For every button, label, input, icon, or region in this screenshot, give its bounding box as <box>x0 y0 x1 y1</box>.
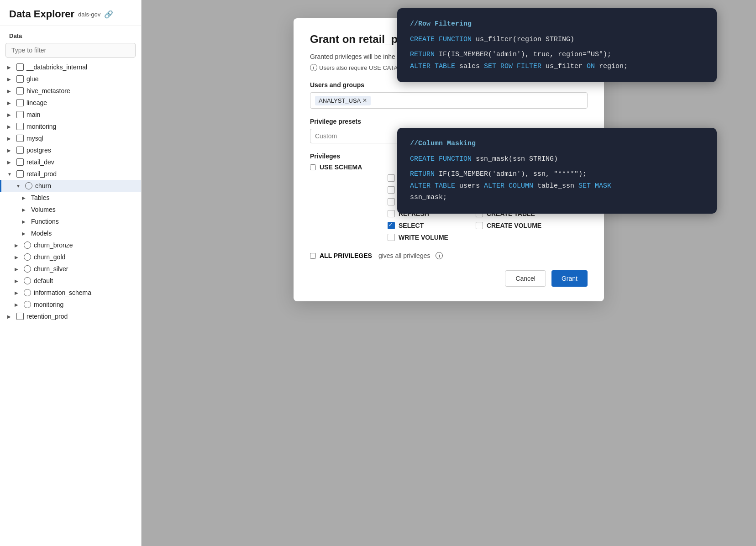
row-filtering-tooltip: //Row Filtering CREATE FUNCTION us_filte… <box>397 8 717 82</box>
row-filter-alter: ALTER TABLE sales SET ROW FILTER us_filt… <box>410 61 704 73</box>
catalog-icon <box>16 135 24 142</box>
all-privileges-row: ALL PRIVILEGES gives all privileges i <box>310 252 588 259</box>
sidebar-item-default[interactable]: ▶ default <box>0 275 141 287</box>
priv-create-volume: CREATE VOLUME <box>476 222 579 229</box>
catalog-icon <box>16 158 24 166</box>
privilege-presets-label: Privilege presets <box>310 118 588 125</box>
tree-label: lineage <box>26 99 47 106</box>
chevron-down-icon: ▼ <box>16 184 22 189</box>
select-checkbox[interactable] <box>388 222 395 229</box>
col-mask-create: CREATE FUNCTION ssn_mask(ssn STRING) <box>410 153 704 165</box>
chevron-right-icon: ▶ <box>7 314 14 319</box>
modal-footer: Cancel Grant <box>310 270 588 287</box>
chevron-right-icon: ▶ <box>7 89 14 94</box>
use-schema-checkbox[interactable] <box>310 164 316 170</box>
tree-label: retail_dev <box>26 158 54 166</box>
catalog-icon <box>16 123 24 130</box>
sidebar-item-churn[interactable]: ▼ churn <box>0 180 141 192</box>
refresh-checkbox[interactable] <box>388 210 395 217</box>
col-mask-fn: ssn_mask; <box>410 192 704 204</box>
users-groups-label: Users and groups <box>310 81 588 89</box>
create-volume-checkbox[interactable] <box>476 222 483 229</box>
catalog-icon <box>16 170 24 178</box>
link-icon[interactable]: 🔗 <box>104 10 113 19</box>
tree-label: Models <box>31 230 52 237</box>
tag-remove-button[interactable]: ✕ <box>362 97 367 104</box>
info-icon-all-priv: i <box>436 252 443 259</box>
chevron-right-icon: ▶ <box>22 231 28 236</box>
sidebar-item-retail-dev[interactable]: ▶ retail_dev <box>0 156 141 168</box>
chevron-right-icon: ▶ <box>15 278 21 284</box>
schema-icon <box>24 242 31 249</box>
sidebar: Data Explorer dais-gov 🔗 Data ▶ __databr… <box>0 0 142 546</box>
sidebar-item-mysql[interactable]: ▶ mysql <box>0 132 141 144</box>
sidebar-item-models[interactable]: ▶ Models <box>0 227 141 239</box>
sidebar-item-monitoring-schema[interactable]: ▶ monitoring <box>0 299 141 310</box>
chevron-right-icon: ▶ <box>7 160 14 165</box>
sidebar-item-churn-silver[interactable]: ▶ churn_silver <box>0 263 141 275</box>
tree-label: churn_silver <box>34 265 68 273</box>
sidebar-item-churn-bronze[interactable]: ▶ churn_bronze <box>0 239 141 251</box>
users-groups-section: Users and groups ANALYST_USA ✕ <box>310 81 588 109</box>
chevron-right-icon: ▶ <box>7 112 14 117</box>
app-header: Data Explorer dais-gov 🔗 <box>0 0 141 26</box>
schema-icon <box>24 265 31 273</box>
col-mask-return: RETURN IF(IS_MEMBER('admin'), ssn, "****… <box>410 168 704 180</box>
write-volume-label: WRITE VOLUME <box>399 234 448 241</box>
cancel-button[interactable]: Cancel <box>505 270 546 287</box>
column-masking-tooltip: //Column Masking CREATE FUNCTION ssn_mas… <box>397 128 717 214</box>
priv-select: SELECT <box>388 222 448 229</box>
catalog-icon <box>16 75 24 83</box>
tree-label: Tables <box>31 194 49 201</box>
modal-note-text: Users also require USE CATAL <box>319 64 401 71</box>
sidebar-item-lineage[interactable]: ▶ lineage <box>0 97 141 109</box>
grant-button[interactable]: Grant <box>551 270 588 287</box>
create-volume-label: CREATE VOLUME <box>487 222 541 229</box>
sidebar-item-main[interactable]: ▶ main <box>0 109 141 121</box>
users-tag-input[interactable]: ANALYST_USA ✕ <box>310 92 588 109</box>
sidebar-item-information-schema[interactable]: ▶ information_schema <box>0 287 141 299</box>
execute-checkbox[interactable] <box>388 174 395 182</box>
schema-icon <box>24 289 31 296</box>
tree-label: monitoring <box>26 123 56 130</box>
sidebar-item-functions[interactable]: ▶ Functions <box>0 215 141 227</box>
chevron-right-icon: ▶ <box>15 243 21 248</box>
sidebar-item-tables[interactable]: ▶ Tables <box>0 192 141 204</box>
tree-label: retention_prod <box>26 313 68 320</box>
chevron-right-icon: ▶ <box>7 65 14 70</box>
tree-label: churn_bronze <box>34 242 73 249</box>
sidebar-item-databricks-internal[interactable]: ▶ __databricks_internal <box>0 61 141 73</box>
env-badge: dais-gov <box>78 11 100 18</box>
read-volume-checkbox[interactable] <box>388 198 395 205</box>
sidebar-item-glue[interactable]: ▶ glue <box>0 73 141 85</box>
main-content: Grant on retail_pr Granted privileges wi… <box>142 0 756 546</box>
chevron-right-icon: ▶ <box>7 136 14 141</box>
tree-label: churn_gold <box>34 253 65 261</box>
tree-label: hive_metastore <box>26 87 70 94</box>
sidebar-item-retail-prod[interactable]: ▼ retail_prod <box>0 168 141 180</box>
app-title-row: Data Explorer dais-gov 🔗 <box>9 8 132 20</box>
sidebar-item-churn-gold[interactable]: ▶ churn_gold <box>0 251 141 263</box>
all-privileges-checkbox[interactable] <box>310 253 316 259</box>
sidebar-item-volumes[interactable]: ▶ Volumes <box>0 204 141 215</box>
schema-icon <box>24 301 31 308</box>
row-filter-comment: //Row Filtering <box>410 18 704 30</box>
search-input[interactable] <box>5 43 136 58</box>
chevron-right-icon: ▶ <box>15 302 21 307</box>
sidebar-item-retention-prod[interactable]: ▶ retention_prod <box>0 310 141 322</box>
app-title-text: Data Explorer <box>9 8 74 20</box>
schema-icon <box>25 182 32 189</box>
tree-label: default <box>34 277 53 284</box>
tree-label: mysql <box>26 135 43 142</box>
modify-checkbox[interactable] <box>388 186 395 194</box>
sidebar-item-postgres[interactable]: ▶ postgres <box>0 144 141 156</box>
sidebar-item-hive-metastore[interactable]: ▶ hive_metastore <box>0 85 141 97</box>
chevron-right-icon: ▶ <box>15 255 21 260</box>
sidebar-item-monitoring[interactable]: ▶ monitoring <box>0 121 141 132</box>
write-volume-checkbox[interactable] <box>388 234 395 241</box>
row-filter-return: RETURN IF(IS_MEMBER('admin'), true, regi… <box>410 49 704 61</box>
col-mask-alter: ALTER TABLE users ALTER COLUMN table_ssn… <box>410 180 704 192</box>
catalog-icon <box>16 313 24 320</box>
data-section-label: Data <box>0 26 141 43</box>
chevron-right-icon: ▶ <box>15 290 21 295</box>
